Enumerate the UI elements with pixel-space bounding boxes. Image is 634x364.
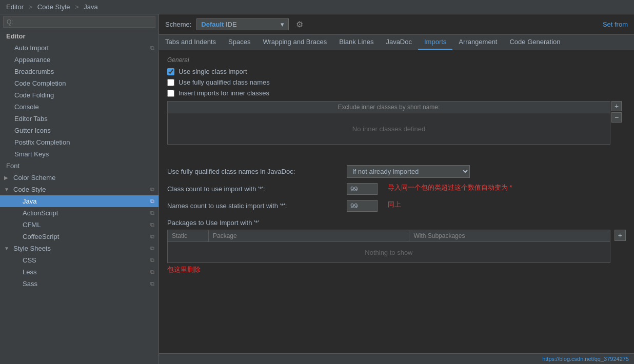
tab-imports[interactable]: Imports <box>418 35 452 50</box>
tab-tabs-and-indents[interactable]: Tabs and Indents <box>159 35 222 50</box>
sidebar-item-console[interactable]: Console <box>0 101 158 113</box>
sidebar-items: Editor Auto Import ⧉ Appearance Breadcru… <box>0 30 158 364</box>
search-input[interactable] <box>3 16 155 28</box>
checkbox-single-import[interactable] <box>167 68 174 75</box>
packages-empty-text: Nothing to show <box>365 249 412 256</box>
tab-blank-lines[interactable]: Blank Lines <box>333 35 380 50</box>
gear-icon[interactable]: ⚙ <box>296 19 303 29</box>
checkbox-inner-classes[interactable] <box>167 90 174 97</box>
copy-icon-java: ⧉ <box>150 198 154 205</box>
packages-area-wrapper: Static Package With Subpackages Nothing … <box>167 230 626 263</box>
packages-col-package: Package <box>209 230 409 241</box>
sidebar-item-code-completion[interactable]: Code Completion <box>0 77 158 89</box>
sidebar-item-font[interactable]: Font <box>0 160 158 172</box>
scheme-ide-text: IDE <box>226 21 237 28</box>
scheme-label: Scheme: <box>165 21 191 28</box>
checkbox-qualified[interactable] <box>167 79 174 86</box>
main-layout: Editor Auto Import ⧉ Appearance Breadcru… <box>0 14 634 364</box>
copy-icon-auto-import: ⧉ <box>150 45 154 51</box>
sidebar-item-style-sheets[interactable]: ▼ Style Sheets ⧉ <box>0 242 158 254</box>
names-count-label: Names count to use static import with '*… <box>167 202 342 210</box>
sidebar-item-color-scheme[interactable]: ▶ Color Scheme <box>0 172 158 184</box>
sidebar-item-less[interactable]: Less ⧉ <box>0 266 158 278</box>
tab-spaces[interactable]: Spaces <box>222 35 256 50</box>
copy-icon-actionscript: ⧉ <box>150 210 154 216</box>
names-count-container: Names count to use static import with '*… <box>167 200 626 212</box>
style-sheets-arrow: ▼ <box>4 246 11 251</box>
sidebar-group-editor: Editor <box>0 30 158 42</box>
sidebar-item-editor-tabs[interactable]: Editor Tabs <box>0 113 158 125</box>
label-qualified[interactable]: Use fully qualified class names <box>179 78 270 86</box>
checkbox-row-qualified: Use fully qualified class names <box>167 78 626 86</box>
scheme-default-text: Default <box>201 21 224 28</box>
class-count-input[interactable] <box>347 183 378 195</box>
class-count-row: Class count to use import with '*': <box>167 183 378 195</box>
sidebar-item-sass[interactable]: Sass ⧉ <box>0 278 158 290</box>
sidebar-item-gutter-icons[interactable]: Gutter Icons <box>0 125 158 136</box>
names-count-input[interactable] <box>347 200 378 212</box>
packages-title: Packages to Use Import with '*' <box>167 219 626 227</box>
copy-icon-cfml: ⧉ <box>150 221 154 228</box>
sidebar-item-cfml[interactable]: CFML ⧉ <box>0 219 158 231</box>
breadcrumb-codestyle[interactable]: Code Style <box>37 3 70 11</box>
sidebar-item-code-folding[interactable]: Code Folding <box>0 89 158 101</box>
sidebar-item-css[interactable]: CSS ⧉ <box>0 254 158 266</box>
tab-javadoc[interactable]: JavaDoc <box>380 35 418 50</box>
breadcrumb-bar: Editor > Code Style > Java <box>0 0 634 14</box>
sidebar-item-appearance[interactable]: Appearance <box>0 54 158 66</box>
breadcrumb-sep-1: > <box>27 3 34 11</box>
tab-code-generation[interactable]: Code Generation <box>503 35 566 50</box>
packages-annotation: 包这里删除 <box>167 266 201 273</box>
packages-annotation-container: 包这里删除 <box>167 265 626 274</box>
sidebar-item-java[interactable]: Java ⧉ <box>0 195 158 207</box>
inner-classes-header: Exclude inner classes by short name: <box>168 102 610 113</box>
label-single-import[interactable]: Use single class import <box>179 68 247 75</box>
names-count-row: Names count to use static import with '*… <box>167 200 378 212</box>
sidebar-item-smart-keys[interactable]: Smart Keys <box>0 148 158 160</box>
general-section-title: General <box>167 56 626 64</box>
add-inner-class-button[interactable]: + <box>611 101 622 111</box>
color-scheme-arrow: ▶ <box>4 175 11 180</box>
checkbox-row-inner-classes: Insert imports for inner classes <box>167 89 626 97</box>
breadcrumb-editor[interactable]: Editor <box>6 3 24 11</box>
sidebar-item-code-style[interactable]: ▼ Code Style ⧉ <box>0 184 158 195</box>
inner-classes-controls: + − <box>611 101 622 124</box>
copy-icon-less: ⧉ <box>150 269 154 275</box>
scheme-dropdown[interactable]: Default IDE ▾ <box>196 18 289 30</box>
class-count-annotation: 导入同一个包的类超过这个数值自动变为 * <box>388 183 512 192</box>
inner-classes-container: Exclude inner classes by short name: No … <box>167 101 610 145</box>
copy-icon-sass: ⧉ <box>150 280 154 287</box>
url-bar: https://blog.csdn.net/qq_37924275 <box>159 353 634 364</box>
tabs-bar: Tabs and Indents Spaces Wrapping and Bra… <box>159 35 634 50</box>
sidebar-item-postfix-completion[interactable]: Postfix Completion <box>0 136 158 148</box>
add-package-button[interactable]: + <box>615 230 626 241</box>
javadoc-select[interactable]: If not already imported Always Never <box>347 165 470 178</box>
sidebar-item-auto-import[interactable]: Auto Import ⧉ <box>0 42 158 54</box>
breadcrumb-java[interactable]: Java <box>84 3 97 11</box>
names-count-annotation: 同上 <box>388 200 401 209</box>
url-text[interactable]: https://blog.csdn.net/qq_37924275 <box>542 356 629 362</box>
sidebar-item-coffeescript[interactable]: CoffeeScript ⧉ <box>0 231 158 242</box>
copy-icon-css: ⧉ <box>150 257 154 264</box>
label-inner-classes[interactable]: Insert imports for inner classes <box>179 89 269 97</box>
breadcrumb-sep-2: > <box>73 3 81 11</box>
set-from-link[interactable]: Set from <box>603 21 628 28</box>
packages-header: Static Package With Subpackages <box>168 230 610 242</box>
copy-icon-style-sheets: ⧉ <box>150 245 154 252</box>
sidebar-item-breadcrumbs[interactable]: Breadcrumbs <box>0 66 158 77</box>
tab-wrapping-and-braces[interactable]: Wrapping and Braces <box>256 35 333 50</box>
dropdown-arrow-icon: ▾ <box>281 21 284 28</box>
class-count-container: Class count to use import with '*': 导入同一… <box>167 183 626 195</box>
sidebar-item-actionscript[interactable]: ActionScript ⧉ <box>0 207 158 219</box>
packages-body: Nothing to show <box>168 242 610 262</box>
content-scroll: General Use single class import Use full… <box>159 50 634 353</box>
checkbox-row-single-import: Use single class import <box>167 68 626 75</box>
class-count-label: Class count to use import with '*': <box>167 185 342 193</box>
sidebar-search-bar <box>0 14 158 30</box>
sidebar: Editor Auto Import ⧉ Appearance Breadcru… <box>0 14 159 364</box>
javadoc-label: Use fully qualified class names in JavaD… <box>167 168 342 175</box>
remove-inner-class-button[interactable]: − <box>611 112 622 123</box>
tab-arrangement[interactable]: Arrangement <box>452 35 503 50</box>
packages-table: Static Package With Subpackages Nothing … <box>167 230 610 263</box>
copy-icon-coffeescript: ⧉ <box>150 233 154 240</box>
